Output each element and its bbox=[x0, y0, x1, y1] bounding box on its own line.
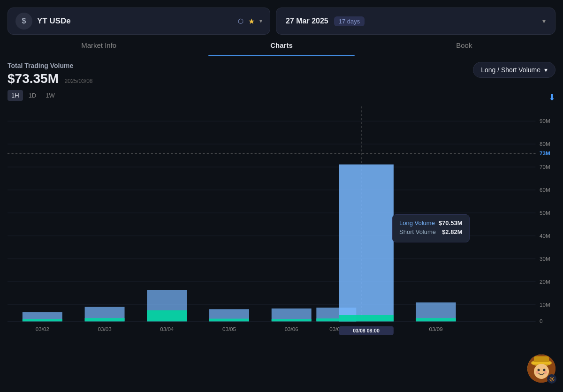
time-btn-1d[interactable]: 1D bbox=[25, 90, 40, 101]
chart-container: Total Trading Volume $73.35M 2025/03/08 … bbox=[8, 56, 555, 384]
svg-text:40M: 40M bbox=[540, 233, 550, 239]
svg-point-56 bbox=[536, 371, 539, 374]
svg-text:30M: 30M bbox=[540, 256, 550, 262]
chart-wrapper: 90M 80M 73M 70M 60M 50M 40M 30M 20M 10M … bbox=[8, 106, 555, 341]
svg-text:03/03: 03/03 bbox=[98, 326, 111, 332]
svg-rect-26 bbox=[85, 318, 125, 321]
volume-selector[interactable]: Long / Short Volume ▾ bbox=[473, 62, 555, 78]
time-btn-1w[interactable]: 1W bbox=[42, 90, 59, 101]
svg-rect-28 bbox=[147, 310, 187, 322]
star-icon[interactable]: ★ bbox=[248, 17, 255, 26]
chart-title: Total Trading Volume bbox=[8, 62, 92, 69]
svg-text:0: 0 bbox=[540, 319, 542, 324]
svg-text:03/04: 03/04 bbox=[160, 326, 174, 332]
asset-chevron-icon[interactable]: ▾ bbox=[259, 18, 262, 24]
svg-text:10M: 10M bbox=[540, 302, 550, 308]
date-chevron-icon[interactable]: ▾ bbox=[542, 17, 546, 25]
svg-rect-35 bbox=[339, 165, 394, 322]
svg-text:80M: 80M bbox=[540, 141, 550, 147]
tab-market-info[interactable]: Market Info bbox=[8, 35, 190, 56]
asset-selector[interactable]: $ YT USDe ⬡ ★ ▾ bbox=[8, 8, 270, 35]
svg-text:03/05: 03/05 bbox=[222, 326, 236, 332]
svg-text:50M: 50M bbox=[540, 210, 550, 216]
eth-icon: ⬡ bbox=[238, 17, 243, 25]
asset-symbol: $ bbox=[22, 17, 26, 25]
chart-date: 2025/03/08 bbox=[64, 78, 92, 84]
volume-selector-chevron: ▾ bbox=[544, 66, 548, 74]
chart-header: Total Trading Volume $73.35M 2025/03/08 … bbox=[8, 62, 555, 86]
svg-text:03/08 08:00: 03/08 08:00 bbox=[353, 328, 380, 333]
chart-title-section: Total Trading Volume $73.35M 2025/03/08 bbox=[8, 62, 92, 86]
tabs-row: Market Info Charts Book bbox=[8, 35, 555, 56]
avatar-container[interactable]: 🔆 bbox=[527, 354, 555, 383]
time-btn-1h[interactable]: 1H bbox=[8, 90, 23, 101]
svg-text:03/02: 03/02 bbox=[36, 326, 49, 332]
tab-charts[interactable]: Charts bbox=[190, 35, 373, 56]
asset-name: YT USDe bbox=[37, 16, 233, 26]
chart-value-row: $73.35M 2025/03/08 bbox=[8, 71, 92, 86]
svg-rect-24 bbox=[23, 319, 62, 322]
header-row: $ YT USDe ⬡ ★ ▾ 27 Mar 2025 17 days ▾ bbox=[8, 8, 555, 35]
svg-rect-30 bbox=[209, 319, 249, 322]
tab-book[interactable]: Book bbox=[373, 35, 555, 56]
days-badge: 17 days bbox=[334, 16, 365, 26]
svg-rect-32 bbox=[272, 319, 312, 322]
svg-point-57 bbox=[544, 371, 547, 374]
chart-controls: Long / Short Volume ▾ bbox=[473, 62, 555, 78]
download-icon[interactable]: ⬇ bbox=[548, 92, 555, 103]
time-controls: 1H 1D 1W bbox=[8, 90, 59, 101]
chart-value: $73.35M bbox=[8, 71, 59, 86]
svg-rect-38 bbox=[416, 318, 456, 321]
avatar-badge: 🔆 bbox=[547, 374, 556, 384]
svg-text:03/09: 03/09 bbox=[429, 326, 443, 332]
svg-rect-36 bbox=[339, 315, 394, 321]
svg-text:70M: 70M bbox=[540, 164, 550, 170]
svg-text:73M: 73M bbox=[540, 151, 550, 156]
svg-text:03/06: 03/06 bbox=[285, 326, 298, 332]
asset-icon: $ bbox=[15, 13, 32, 30]
svg-text:90M: 90M bbox=[540, 119, 550, 124]
volume-selector-label: Long / Short Volume bbox=[481, 66, 540, 74]
date-selector[interactable]: 27 Mar 2025 17 days ▾ bbox=[276, 8, 555, 35]
svg-text:60M: 60M bbox=[540, 187, 550, 193]
svg-text:20M: 20M bbox=[540, 279, 550, 285]
chart-svg: 90M 80M 73M 70M 60M 50M 40M 30M 20M 10M … bbox=[8, 106, 555, 341]
date-text: 27 Mar 2025 bbox=[286, 17, 328, 25]
svg-point-55 bbox=[543, 369, 546, 371]
main-container: $ YT USDe ⬡ ★ ▾ 27 Mar 2025 17 days ▾ Ma… bbox=[0, 0, 563, 392]
svg-point-54 bbox=[538, 369, 540, 371]
